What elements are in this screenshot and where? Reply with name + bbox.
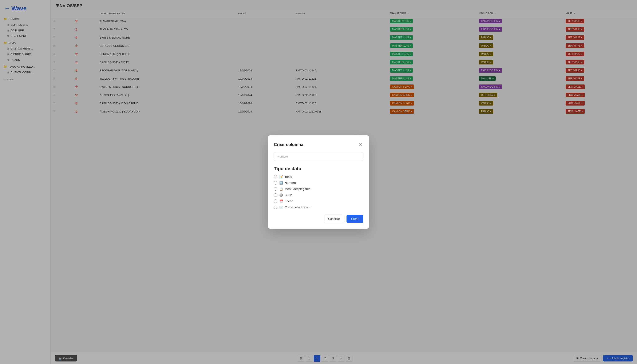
radio-sino[interactable] xyxy=(274,194,277,197)
modal-overlay[interactable]: Crear columna ✕ Tipo de dato 📝 Texto 🔢 N… xyxy=(0,0,637,364)
modal-title: Crear columna xyxy=(274,142,303,147)
numero-icon: 🔢 xyxy=(279,181,283,184)
tipo-dato-label: Tipo de dato xyxy=(274,166,363,172)
create-column-modal: Crear columna ✕ Tipo de dato 📝 Texto 🔢 N… xyxy=(268,135,369,229)
create-button[interactable]: Crear xyxy=(346,215,363,223)
numero-label: Número xyxy=(284,181,296,184)
fecha-icon: 📅 xyxy=(279,200,283,203)
radio-menu[interactable] xyxy=(274,187,277,191)
texto-label: Texto xyxy=(284,175,292,178)
modal-close-button[interactable]: ✕ xyxy=(358,141,363,148)
radio-numero[interactable] xyxy=(274,181,277,184)
option-numero[interactable]: 🔢 Número xyxy=(274,181,363,184)
fecha-label: Fecha xyxy=(284,199,294,203)
texto-icon: 📝 xyxy=(279,175,283,178)
cancel-button[interactable]: Cancelar xyxy=(324,215,344,223)
radio-texto[interactable] xyxy=(274,175,277,178)
option-sino[interactable]: 🔘 Sí/No xyxy=(274,193,363,197)
modal-actions: Cancelar Crear xyxy=(274,215,363,223)
column-name-input[interactable] xyxy=(274,152,363,161)
correo-icon: ✉️ xyxy=(279,206,283,209)
radio-fecha[interactable] xyxy=(274,200,277,203)
menu-label: Menú desplegable xyxy=(284,187,310,191)
modal-header: Crear columna ✕ xyxy=(274,141,363,148)
radio-correo[interactable] xyxy=(274,206,277,209)
option-texto[interactable]: 📝 Texto xyxy=(274,175,363,178)
option-fecha[interactable]: 📅 Fecha xyxy=(274,199,363,203)
option-correo[interactable]: ✉️ Correo electrónico xyxy=(274,206,363,209)
sino-icon: 🔘 xyxy=(279,194,283,197)
menu-icon: 📋 xyxy=(279,187,283,191)
tipo-options: 📝 Texto 🔢 Número 📋 Menú desplegable xyxy=(274,175,363,209)
option-menu[interactable]: 📋 Menú desplegable xyxy=(274,187,363,191)
sino-label: Sí/No xyxy=(284,193,292,197)
correo-label: Correo electrónico xyxy=(284,206,310,209)
